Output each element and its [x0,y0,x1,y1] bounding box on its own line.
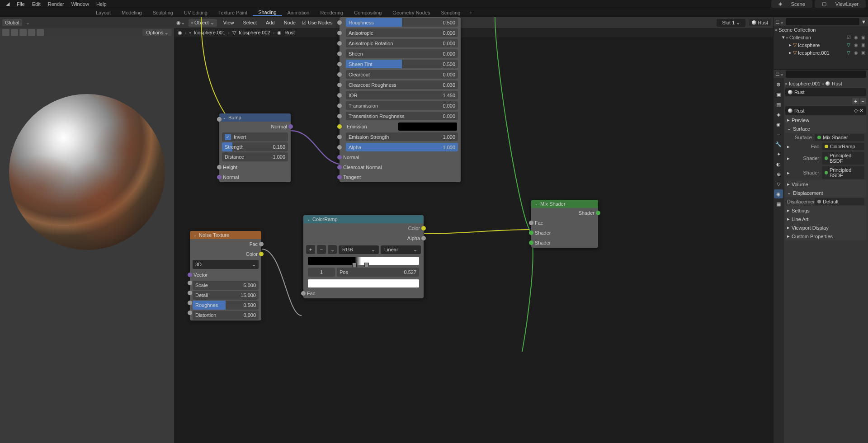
input-socket[interactable] [337,41,342,46]
tab-animation[interactable]: Animation [282,10,315,15]
input-socket[interactable] [188,273,192,277]
ramp-stop[interactable] [364,263,369,267]
options-dropdown[interactable]: Options ⌄ [142,29,172,36]
select-menu[interactable]: Select [240,20,259,25]
material-tab[interactable]: ◉ [774,189,783,198]
texture-tab[interactable]: ▦ [774,199,783,208]
output-socket[interactable] [259,242,264,246]
edit-menu[interactable]: Edit [28,1,44,7]
input-socket[interactable] [337,20,342,25]
output-tab[interactable]: ▣ [774,90,783,99]
output-socket[interactable] [421,226,426,231]
camera-icon[interactable]: ▣ [860,50,866,55]
scale-field[interactable]: Scale5.000 [193,281,259,290]
camera-icon[interactable]: ▣ [860,42,866,47]
output-socket[interactable] [288,124,293,129]
view-menu[interactable]: View [221,20,237,25]
input-socket[interactable] [188,291,192,295]
input-socket[interactable] [529,231,533,235]
breadcrumb-obj2[interactable]: Icosphere.002 [239,30,270,35]
ramp-menu-button[interactable]: ⌄ [328,245,337,254]
scene-tab[interactable]: ◈ [774,110,783,119]
tab-texpaint[interactable]: Texture Paint [213,10,253,15]
collapse-icon[interactable]: ⌄ [223,116,226,120]
tree-icosphere[interactable]: ▸▽Icosphere▽◉▣ [774,41,868,49]
input-socket[interactable] [337,155,342,160]
world-tab[interactable]: ◉ [774,120,783,129]
material-slot[interactable]: Rust [785,88,866,96]
tab-compositing[interactable]: Compositing [349,10,387,15]
properties-search[interactable] [786,71,866,78]
tree-collection[interactable]: ▾▫Collection☑◉▣ [774,33,868,41]
tool-icon[interactable] [28,29,35,36]
tool-icon[interactable] [11,29,18,36]
tab-sculpting[interactable]: Sculpting [147,10,179,15]
surface-shader-dropdown[interactable]: Mix Shader [815,134,864,141]
input-socket[interactable] [337,114,342,118]
strength-field[interactable]: Strength0.160 [222,142,288,151]
constraint-tab[interactable]: ⊕ [774,170,783,179]
input-socket[interactable] [337,72,342,77]
collapse-icon[interactable]: ⌄ [307,217,310,222]
surface-section[interactable]: ⌄Surface [785,124,866,133]
add-menu[interactable]: Add [263,20,278,25]
roughness-field[interactable]: Roughnes0.500 [193,301,259,310]
viewport-display-section[interactable]: ▸Viewport Display [785,223,866,232]
preview-section[interactable]: ▸Preview [785,116,866,124]
input-socket[interactable] [337,62,342,66]
tool-icon[interactable] [19,29,27,36]
color-ramp-gradient[interactable] [308,257,419,265]
principled-bsdf-node[interactable]: Roughness0.500 Anisotropic0.000 Anisotro… [340,17,461,182]
collapse-icon[interactable]: ⌄ [193,233,197,237]
render-tab[interactable]: ⚙ [774,80,783,89]
viewlayer-selector[interactable]: ▢ViewLayer [815,0,866,8]
bump-node[interactable]: ⌄Bump Normal ✓Invert Strength0.160 Dista… [219,113,291,182]
add-stop-button[interactable]: + [306,245,315,254]
add-slot-button[interactable]: + [852,98,859,104]
input-socket[interactable] [217,117,222,122]
data-tab[interactable]: ▽ [774,179,783,189]
shader2-input[interactable]: Principled BSDF [822,166,864,179]
tab-modeling[interactable]: Modeling [116,10,147,15]
checkbox-icon[interactable]: ☑ [845,35,852,40]
dimensions-dropdown[interactable]: 3D⌄ [193,260,259,269]
tab-shading[interactable]: Shading [253,9,282,16]
stop-color-swatch[interactable] [308,279,419,287]
tab-scripting[interactable]: Scripting [435,10,466,15]
modifier-icon[interactable]: ▽ [845,50,852,55]
detail-field[interactable]: Detail15.000 [193,291,259,300]
viewlayer-tab[interactable]: ▤ [774,100,783,109]
mix-shader-node[interactable]: ⌄Mix Shader Shader Fac Shader Shader [531,200,598,248]
interpolation-dropdown[interactable]: Linear⌄ [381,245,421,254]
object-mode-dropdown[interactable]: ▫ Object ⌄ [189,19,217,27]
input-socket[interactable] [529,221,533,225]
shader1-input[interactable]: Principled BSDF [822,152,864,165]
input-socket[interactable] [188,281,192,285]
tab-geonodes[interactable]: Geometry Nodes [387,10,435,15]
object-tab[interactable]: ▫ [774,130,783,139]
add-workspace-button[interactable]: + [466,10,476,15]
tool-icon[interactable] [37,29,44,36]
eye-icon[interactable]: ◉ [853,42,859,47]
ramp-stop[interactable] [352,263,357,267]
displacement-input[interactable]: Default [815,198,864,205]
filter-icon[interactable]: ▼ [861,19,866,24]
editor-type-icon[interactable]: ◉⌄ [176,20,185,26]
noise-texture-node[interactable]: ⌄Noise Texture Fac Color 3D⌄ Vector Scal… [190,231,261,320]
input-socket[interactable] [217,175,222,179]
outliner[interactable]: ☰⌄ ▼ ▫Scene Collection ▾▫Collection☑◉▣ ▸… [774,17,868,69]
input-socket[interactable] [337,165,342,170]
eye-icon[interactable]: ◉ [853,50,859,55]
slot-dropdown[interactable]: Slot 1 ⌄ [717,19,745,27]
remove-stop-button[interactable]: − [317,245,326,254]
input-socket[interactable] [337,124,342,129]
eye-icon[interactable]: ◉ [853,35,859,40]
help-menu[interactable]: Help [93,1,110,7]
input-socket[interactable] [337,83,342,87]
render-menu[interactable]: Render [44,1,68,7]
tree-icosphere-001[interactable]: ▸▽Icosphere.001▽◉▣ [774,49,868,57]
input-socket[interactable] [337,145,342,150]
shader-node-editor[interactable]: ◉⌄ ▫ Object ⌄ View Select Add Node ☑ Use… [174,17,773,443]
emission-color-swatch[interactable] [398,123,457,131]
input-socket[interactable] [529,240,533,245]
